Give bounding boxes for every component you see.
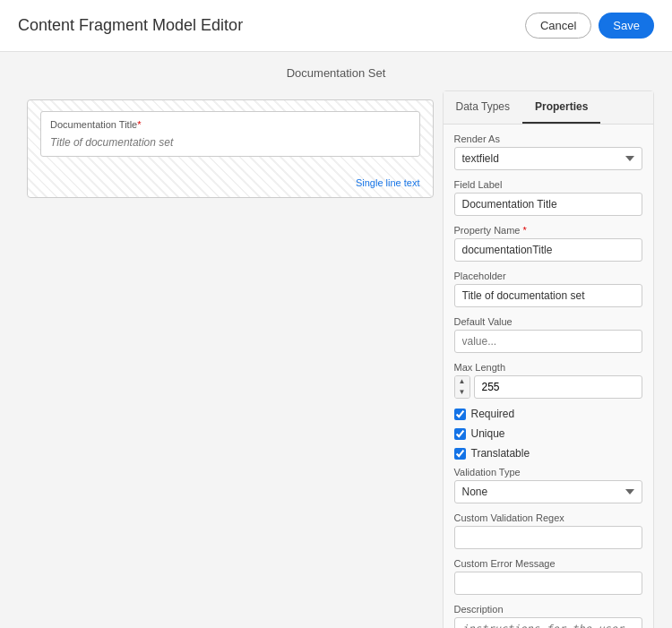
max-length-row: ▲ ▼ (454, 375, 642, 399)
required-label[interactable]: Required (471, 408, 515, 420)
page-content: Documentation Set Documentation Title* S… (0, 52, 672, 628)
property-name-label: Property Name * (454, 225, 642, 236)
section-title: Documentation Set (18, 66, 654, 80)
prop-group-field-label: Field Label (454, 179, 642, 216)
field-label-input[interactable] (454, 193, 642, 216)
prop-group-description: Description (454, 604, 642, 628)
spinner-up-button[interactable]: ▲ (455, 376, 470, 387)
render-as-select[interactable]: textfield textarea password (454, 147, 642, 170)
required-checkbox[interactable] (454, 409, 466, 420)
canvas-card: Documentation Title* Single line text (27, 99, 434, 198)
tabs-row: Data Types Properties (444, 91, 653, 125)
custom-validation-regex-label: Custom Validation Regex (454, 512, 642, 523)
prop-group-placeholder: Placeholder (454, 271, 642, 307)
translatable-checkbox-row: Translatable (454, 447, 642, 460)
prop-group-render-as: Render As textfield textarea password (454, 133, 642, 170)
default-value-input[interactable] (454, 330, 642, 353)
render-as-label: Render As (454, 133, 642, 144)
prop-group-custom-error-message: Custom Error Message (454, 558, 642, 595)
validation-type-label: Validation Type (454, 467, 642, 477)
translatable-checkbox[interactable] (454, 448, 466, 460)
unique-checkbox[interactable] (454, 428, 466, 440)
canvas-field-input[interactable] (50, 136, 410, 149)
default-value-label: Default Value (454, 316, 642, 327)
prop-group-default-value: Default Value (454, 316, 642, 353)
tab-properties[interactable]: Properties (522, 91, 600, 124)
prop-group-custom-validation-regex: Custom Validation Regex (454, 512, 642, 549)
header-buttons: Cancel Save (525, 13, 654, 39)
spinner-down-button[interactable]: ▼ (455, 387, 470, 398)
validation-type-select[interactable]: None Regex (454, 480, 642, 503)
prop-group-property-name: Property Name * (454, 225, 642, 262)
field-label-label: Field Label (454, 179, 642, 190)
canvas-panel: Documentation Title* Single line text (18, 90, 443, 628)
custom-error-message-label: Custom Error Message (454, 558, 642, 569)
prop-group-max-length: Max Length ▲ ▼ (454, 362, 642, 399)
tab-data-types[interactable]: Data Types (444, 91, 522, 124)
unique-label[interactable]: Unique (471, 427, 505, 440)
canvas-field-label: Documentation Title* (50, 119, 410, 130)
description-label: Description (454, 604, 642, 615)
spinner-buttons: ▲ ▼ (454, 375, 470, 399)
page-title: Content Fragment Model Editor (18, 16, 243, 35)
translatable-label[interactable]: Translatable (471, 447, 530, 460)
canvas-field-wrapper[interactable]: Documentation Title* (40, 111, 420, 157)
main-area: Documentation Title* Single line text Da… (18, 90, 654, 628)
properties-panel: Data Types Properties Render As textfiel… (443, 90, 654, 628)
custom-validation-regex-input[interactable] (454, 526, 642, 549)
custom-error-message-input[interactable] (454, 572, 642, 595)
cancel-button[interactable]: Cancel (525, 13, 591, 39)
single-line-text-badge: Single line text (356, 177, 420, 188)
placeholder-input[interactable] (454, 284, 642, 307)
max-length-input[interactable] (474, 375, 642, 399)
max-length-label: Max Length (454, 362, 642, 373)
description-textarea[interactable] (454, 617, 642, 628)
unique-checkbox-row: Unique (454, 427, 642, 440)
save-button[interactable]: Save (599, 13, 654, 39)
property-name-input[interactable] (454, 238, 642, 262)
header: Content Fragment Model Editor Cancel Sav… (0, 0, 672, 52)
props-body: Render As textfield textarea password Fi… (444, 125, 653, 628)
placeholder-label: Placeholder (454, 271, 642, 281)
required-checkbox-row: Required (454, 408, 642, 420)
prop-group-validation-type: Validation Type None Regex (454, 467, 642, 503)
